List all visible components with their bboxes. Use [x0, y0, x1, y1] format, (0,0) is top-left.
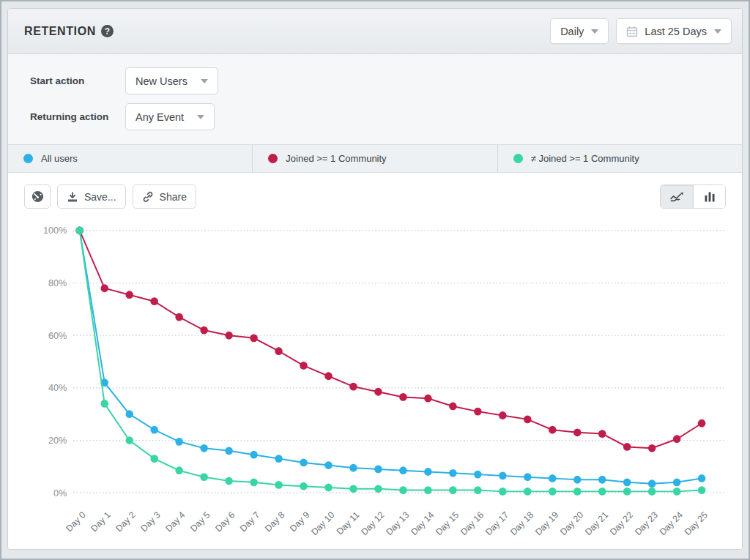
data-point[interactable]	[175, 438, 183, 446]
data-point[interactable]	[324, 372, 333, 380]
data-point[interactable]	[175, 313, 183, 321]
data-point[interactable]	[125, 410, 133, 418]
data-point[interactable]	[449, 486, 457, 494]
data-point[interactable]	[374, 485, 382, 493]
data-point[interactable]	[324, 461, 333, 469]
data-point[interactable]	[399, 466, 407, 474]
data-point[interactable]	[673, 435, 681, 443]
data-point[interactable]	[250, 451, 258, 459]
data-point[interactable]	[573, 428, 582, 436]
data-point[interactable]	[225, 447, 233, 455]
data-point[interactable]	[76, 227, 84, 235]
retention-line-chart: 0%20%40%60%80%100%Day 0Day 1Day 2Day 3Da…	[18, 214, 732, 549]
line-chart-toggle-button[interactable]	[661, 185, 693, 208]
data-point[interactable]	[100, 284, 108, 292]
data-point[interactable]	[673, 478, 681, 486]
data-point[interactable]	[225, 477, 233, 485]
start-action-select[interactable]: New Users	[125, 67, 218, 94]
data-point[interactable]	[449, 469, 457, 477]
data-point[interactable]	[100, 400, 108, 408]
data-point[interactable]	[698, 419, 706, 428]
data-point[interactable]	[549, 488, 557, 496]
data-point[interactable]	[399, 486, 407, 494]
data-point[interactable]	[125, 436, 133, 444]
data-point[interactable]	[623, 478, 631, 486]
share-button-label: Share	[160, 191, 187, 203]
bar-chart-toggle-button[interactable]	[693, 185, 725, 208]
legend-item-all-users[interactable]: All users	[8, 145, 252, 172]
data-point[interactable]	[200, 444, 208, 452]
data-point[interactable]	[698, 474, 706, 482]
add-to-dashboard-button[interactable]	[24, 184, 51, 209]
y-axis-tick-label: 80%	[48, 277, 67, 288]
data-point[interactable]	[424, 468, 432, 476]
chevron-down-icon	[714, 29, 721, 34]
legend-item-not-joined-community[interactable]: ≠ Joined >= 1 Community	[497, 145, 742, 172]
data-point[interactable]	[573, 476, 582, 484]
data-point[interactable]	[499, 411, 507, 419]
data-point[interactable]	[275, 347, 283, 355]
series-color-dot	[23, 154, 33, 163]
data-point[interactable]	[225, 332, 233, 340]
share-button[interactable]: Share	[133, 184, 196, 209]
data-point[interactable]	[499, 488, 507, 496]
data-point[interactable]	[374, 388, 382, 396]
data-point[interactable]	[250, 334, 258, 342]
x-axis-tick-label: Day 7	[238, 509, 261, 534]
data-point[interactable]	[349, 383, 357, 391]
data-point[interactable]	[623, 443, 631, 451]
data-point[interactable]	[549, 426, 557, 434]
data-point[interactable]	[399, 393, 407, 401]
save-button[interactable]: Save...	[57, 184, 126, 209]
data-point[interactable]	[150, 297, 158, 305]
data-point[interactable]	[424, 486, 432, 494]
data-point[interactable]	[474, 408, 482, 416]
granularity-dropdown[interactable]: Daily	[550, 18, 609, 44]
data-point[interactable]	[698, 486, 706, 494]
help-icon[interactable]: ?	[101, 25, 114, 37]
data-point[interactable]	[598, 476, 606, 484]
returning-action-select[interactable]: Any Event	[125, 103, 215, 130]
data-point[interactable]	[474, 486, 482, 494]
series-legend: All users Joined >= 1 Community ≠ Joined…	[8, 144, 742, 173]
data-point[interactable]	[573, 488, 582, 496]
returning-action-row: Returning action Any Event	[30, 103, 742, 130]
data-point[interactable]	[449, 403, 457, 411]
data-point[interactable]	[349, 485, 357, 493]
data-point[interactable]	[324, 484, 333, 492]
data-point[interactable]	[549, 474, 557, 482]
data-point[interactable]	[648, 488, 656, 496]
data-point[interactable]	[623, 488, 631, 496]
data-point[interactable]	[349, 464, 357, 472]
series-line	[80, 231, 702, 448]
data-point[interactable]	[275, 455, 283, 463]
data-point[interactable]	[300, 362, 308, 370]
data-point[interactable]	[275, 481, 283, 489]
data-point[interactable]	[300, 459, 308, 467]
x-axis-tick-label: Day 11	[335, 509, 361, 537]
date-range-dropdown[interactable]: Last 25 Days	[616, 18, 732, 44]
data-point[interactable]	[598, 488, 606, 496]
data-point[interactable]	[524, 415, 532, 423]
data-point[interactable]	[524, 488, 532, 496]
data-point[interactable]	[424, 395, 432, 403]
data-point[interactable]	[150, 426, 158, 434]
data-point[interactable]	[300, 482, 308, 490]
data-point[interactable]	[598, 430, 606, 438]
data-point[interactable]	[648, 444, 656, 452]
series-line	[80, 231, 702, 491]
data-point[interactable]	[250, 478, 258, 486]
retention-report-card: RETENTION ? Daily	[7, 8, 743, 550]
data-point[interactable]	[524, 473, 532, 481]
data-point[interactable]	[673, 488, 681, 496]
data-point[interactable]	[648, 479, 656, 488]
data-point[interactable]	[150, 455, 158, 463]
data-point[interactable]	[499, 471, 507, 479]
data-point[interactable]	[200, 326, 208, 335]
data-point[interactable]	[125, 291, 133, 299]
data-point[interactable]	[374, 466, 382, 474]
data-point[interactable]	[200, 473, 208, 481]
legend-item-joined-community[interactable]: Joined >= 1 Community	[252, 145, 497, 172]
data-point[interactable]	[474, 471, 482, 479]
data-point[interactable]	[175, 466, 183, 474]
